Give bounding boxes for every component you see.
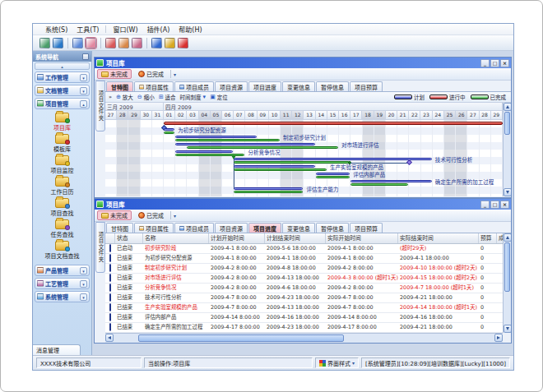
menu-item-0[interactable]: 系统(S) [41, 25, 72, 34]
gantt-bar-done[interactable] [187, 146, 338, 149]
scroll-left-button[interactable] [105, 334, 114, 342]
sidebar-group-5[interactable]: 系统管理▾ [35, 291, 90, 302]
table-row[interactable]: 已结束生产实验室规模的产品2009-4-7 8:00:002009-4-13 1… [105, 303, 503, 313]
sidebar-item-4[interactable]: 项目查找 [33, 197, 91, 219]
table-row[interactable]: 已启动初步研究阶段2009-4-1 8:00:002009-5-6 18:00:… [105, 244, 503, 254]
menu-item-4[interactable]: 帮助(H) [174, 25, 206, 34]
column-header-6[interactable]: 预算 [479, 233, 497, 243]
table-row[interactable]: 已结束制定初步研究计划2009-4-2 8:00:002009-4-8 18:0… [105, 264, 503, 274]
table-horizontal-scrollbar[interactable] [105, 333, 503, 343]
gantt-bar-plan[interactable] [234, 187, 303, 190]
sidebar-group-1[interactable]: 文档管理▾ [35, 85, 90, 96]
pin-icon[interactable] [82, 53, 89, 60]
column-header-5[interactable]: 实际结束时间 [398, 233, 479, 243]
scroll-thumb[interactable] [504, 242, 510, 292]
gantt-bar-done[interactable] [234, 168, 327, 171]
sidebar-group-0[interactable]: 工作管理▾ [35, 71, 90, 83]
chevron-down-icon[interactable]: ▾ [80, 280, 87, 288]
filter-button-1[interactable]: 已完成 [134, 210, 168, 220]
column-header-3[interactable]: 计划结束时间 [265, 233, 326, 243]
chevron-down-icon[interactable]: ▾ [174, 71, 176, 77]
help-icon[interactable] [151, 38, 162, 48]
time-scale-button[interactable]: 时间刻度▾ [180, 93, 207, 101]
tab-project-folder[interactable]: 项目文件夹 [95, 222, 105, 273]
tab-7[interactable]: 项目预算 [350, 223, 383, 233]
globe-icon[interactable] [53, 38, 63, 48]
zoom-in-button[interactable]: ⊕放大 [116, 93, 133, 101]
table-row[interactable]: 已结束分析竞争情况2009-4-2 8:00:002009-4-6 18:00:… [105, 284, 503, 293]
gantt-bar-plan[interactable] [234, 158, 432, 160]
scroll-up-button[interactable] [504, 233, 511, 242]
menu-item-1[interactable]: 工具(T) [72, 25, 103, 34]
tab-5[interactable]: 变更信息 [282, 223, 315, 233]
menu-item-3[interactable]: 插件(A) [143, 25, 174, 34]
minimize-button[interactable]: _ [480, 201, 490, 209]
tab-0[interactable]: 甘特图 [106, 81, 133, 91]
gantt-bar-plan[interactable] [234, 165, 314, 168]
gantt-bar-done[interactable] [164, 131, 174, 134]
tab-5[interactable]: 变更信息 [282, 81, 315, 91]
menu-item-2[interactable]: 窗口(W) [109, 25, 142, 34]
sidebar-item-0[interactable]: 项目库 [33, 112, 91, 133]
chevron-down-icon[interactable]: ▾ [80, 293, 87, 301]
gantt-bar-plan[interactable] [350, 180, 431, 182]
gantt-bar-done[interactable] [234, 161, 350, 164]
tab-2[interactable]: 项目成员 [174, 223, 214, 233]
sidebar-item-6[interactable]: 项目文档查找 [33, 240, 91, 261]
gantt-bar-plan[interactable] [175, 143, 314, 145]
maximize-button[interactable]: □ [490, 59, 499, 67]
scroll-up-button[interactable] [504, 103, 511, 111]
chevron-down-icon[interactable]: ▾ [80, 74, 87, 81]
tab-3[interactable]: 项目资源 [215, 223, 248, 233]
tab-4[interactable]: 项目进度 [248, 223, 281, 233]
window-title-bar[interactable]: 项目库 _□× [95, 58, 511, 68]
scroll-down-button[interactable] [504, 325, 511, 333]
table-row[interactable]: 已结束评估内部产品2009-4-14 8:00:002009-4-16 18:0… [105, 313, 503, 323]
scroll-down-button[interactable] [504, 188, 511, 196]
gantt-bar-done[interactable] [350, 183, 408, 186]
sidebar-item-3[interactable]: 工作日历 [33, 176, 91, 197]
tab-4[interactable]: 项目进度 [248, 81, 281, 91]
close-button[interactable]: × [500, 201, 509, 209]
gantt-bar-done[interactable] [234, 191, 303, 193]
gantt-bar-plan[interactable] [175, 136, 256, 138]
overflow-chevron[interactable]: » [109, 94, 112, 100]
sidebar-group-4[interactable]: 工艺管理▾ [35, 278, 90, 289]
table-row[interactable]: 已结束确定生产所需的加工过程2009-4-17 8:00:002009-4-23… [105, 323, 503, 333]
sidebar-group-3[interactable]: 产品管理▾ [35, 265, 90, 276]
tab-project-folder[interactable]: 项目文件夹 [95, 81, 105, 131]
tab-7[interactable]: 项目预算 [350, 81, 383, 91]
filter-button-1[interactable]: 已完成 [134, 69, 168, 79]
gantt-vertical-scrollbar[interactable] [503, 103, 511, 196]
scroll-thumb[interactable] [504, 112, 510, 135]
network-icon[interactable] [39, 38, 50, 48]
window-title-bar[interactable]: 项目库 _□× [95, 199, 511, 210]
exit-icon[interactable] [178, 38, 188, 48]
tab-message-management[interactable]: 消息管理 [33, 344, 81, 355]
tab-0[interactable]: 甘特图 [106, 223, 133, 233]
folder-icon[interactable] [72, 38, 83, 48]
column-header-0[interactable]: 状态 [115, 233, 143, 243]
folder-view-icon[interactable] [86, 38, 96, 48]
tab-6[interactable]: 暂停信息 [316, 223, 349, 233]
report-orange-icon[interactable] [118, 38, 129, 48]
close-button[interactable]: × [500, 59, 509, 67]
column-header-4[interactable]: 实际开始时间 [326, 233, 398, 243]
table-row[interactable]: 已结束对市场进行评估2009-4-2 8:00:002009-4-13 18:0… [105, 274, 503, 284]
chevron-down-icon[interactable]: ▾ [80, 267, 87, 274]
gantt-bar-done[interactable] [175, 139, 280, 141]
tab-2[interactable]: 项目成员 [174, 81, 214, 91]
gantt-bar-plan[interactable] [316, 173, 350, 175]
tab-1[interactable]: 项目属性 [134, 81, 174, 91]
filter-button-0[interactable]: 未完成 [97, 210, 132, 220]
tab-6[interactable]: 暂停信息 [316, 81, 349, 91]
table-row[interactable]: 已结束技术可行性分析2009-4-7 8:00:002009-4-23 18:0… [105, 293, 503, 303]
sidebar-item-1[interactable]: 模板库 [33, 133, 91, 154]
column-header-1[interactable]: 名称 [143, 233, 209, 243]
chevron-down-icon[interactable]: ▾ [80, 87, 87, 95]
column-header-2[interactable]: 计划开始时间 [209, 233, 265, 243]
sidebar-collapse-button[interactable]: ▴ [35, 62, 90, 70]
gantt-bar-plan[interactable] [164, 128, 174, 131]
lock-icon[interactable] [165, 38, 175, 48]
tab-1[interactable]: 项目属性 [134, 223, 174, 233]
